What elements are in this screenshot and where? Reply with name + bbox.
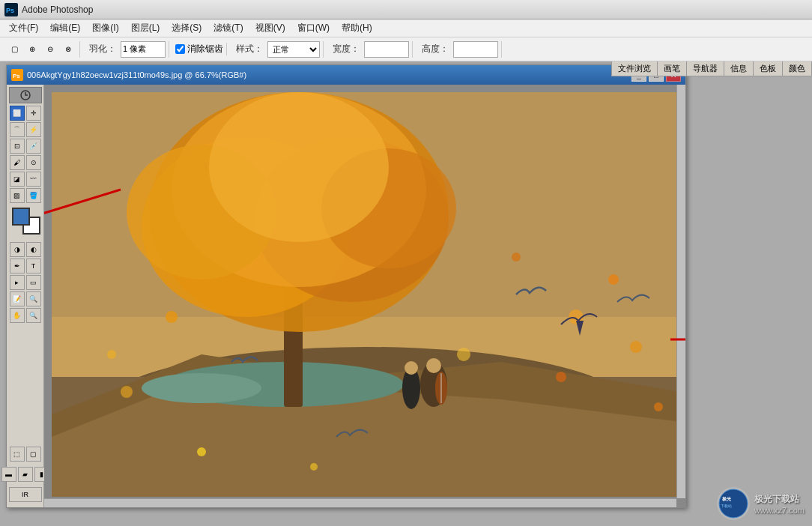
panel-tabs: 文件浏览 画笔 导航器 信息 色板 颜色 bbox=[611, 61, 812, 76]
color-area bbox=[9, 206, 42, 239]
lasso-tool[interactable]: ⌒ bbox=[10, 122, 25, 137]
menu-select[interactable]: 选择(S) bbox=[166, 20, 207, 36]
feather-input[interactable] bbox=[121, 41, 166, 58]
app-icon: Ps bbox=[4, 3, 18, 16]
tool-row-crop: ⊡ 💉 bbox=[9, 139, 41, 154]
tool-row-pen: ✒ T bbox=[9, 259, 41, 273]
menu-help[interactable]: 帮助(H) bbox=[336, 20, 378, 36]
width-group: 宽度： bbox=[327, 41, 413, 58]
tool-row-note: 📝 🔍 bbox=[9, 291, 41, 306]
notes-tool[interactable]: 📝 bbox=[10, 291, 25, 306]
antialias-checkbox[interactable] bbox=[175, 44, 185, 54]
menu-bar: 文件(F) 编辑(E) 图像(I) 图层(L) 选择(S) 滤镜(T) 视图(V… bbox=[0, 19, 812, 37]
tool-row-lasso: ⌒ ⚡ bbox=[9, 122, 41, 137]
tool-row-screen: ▬ ▰ ▮ bbox=[1, 467, 49, 482]
smudge-tool[interactable]: 〰 bbox=[26, 172, 41, 187]
add-selection-btn[interactable]: ⊕ bbox=[24, 41, 40, 58]
watermark: 极光 下载站 极光下载站 www.xz7.com bbox=[717, 487, 805, 520]
tab-info[interactable]: 信息 bbox=[724, 61, 754, 76]
quick-mask-btn[interactable]: ⬚ bbox=[10, 447, 25, 462]
watermark-line1: 极光下载站 bbox=[754, 493, 805, 506]
tab-navigator[interactable]: 导航器 bbox=[687, 61, 724, 76]
svg-text:Ps: Ps bbox=[6, 7, 14, 14]
eyedropper-tool[interactable]: 💉 bbox=[26, 139, 41, 154]
style-label: 样式： bbox=[236, 43, 263, 55]
tool-row-shape: ▸ ▭ bbox=[9, 275, 41, 290]
feather-label: 羽化： bbox=[89, 43, 116, 55]
menu-filter[interactable]: 滤镜(T) bbox=[207, 20, 249, 36]
type-tool[interactable]: T bbox=[26, 259, 41, 273]
main-area: Ps 006AkgtYgy1h82oecw1vzj311t0mo49s.jpg … bbox=[0, 61, 812, 526]
antialias-group: 消除锯齿 bbox=[172, 43, 227, 55]
menu-edit[interactable]: 编辑(E) bbox=[44, 20, 86, 36]
color-sampler-tool[interactable]: 🔍 bbox=[26, 291, 41, 306]
height-input[interactable] bbox=[453, 41, 498, 58]
crop-tool[interactable]: ⊡ bbox=[10, 139, 25, 154]
tool-row-extra: IR bbox=[9, 487, 42, 502]
tool-row-dodge: ◑ ◐ bbox=[9, 242, 41, 257]
tool-row-mode: ⬚ ▢ bbox=[10, 447, 41, 462]
scrollbar-vertical[interactable] bbox=[676, 85, 685, 498]
clone-tool[interactable]: ⊙ bbox=[26, 155, 41, 170]
app-title: Adobe Photoshop bbox=[22, 4, 93, 15]
tab-swatches[interactable]: 色板 bbox=[754, 61, 783, 76]
tool-options-btn[interactable] bbox=[9, 87, 42, 103]
watermark-line2: www.xz7.com bbox=[754, 506, 805, 515]
svg-text:极光: 极光 bbox=[721, 496, 732, 501]
subtract-selection-btn[interactable]: ⊖ bbox=[42, 41, 58, 58]
document-titlebar: Ps 006AkgtYgy1h82oecw1vzj311t0mo49s.jpg … bbox=[7, 65, 685, 85]
document-title: 006AkgtYgy1h82oecw1vzj311t0mo49s.jpg @ 6… bbox=[27, 70, 631, 79]
style-select[interactable]: 正常 固定比例 固定大小 bbox=[267, 41, 320, 58]
scrollbar-horizontal[interactable] bbox=[44, 498, 676, 507]
menu-file[interactable]: 文件(F) bbox=[3, 20, 44, 36]
width-label: 宽度： bbox=[333, 43, 360, 55]
toolbox: ⬜ ✛ ⌒ ⚡ ⊡ 💉 🖌 ⊙ ◪ 〰 ▨ 🪣 bbox=[7, 85, 44, 507]
selection-mode-group: ▢ ⊕ ⊖ ⊗ bbox=[3, 41, 80, 58]
hand-tool[interactable]: ✋ bbox=[10, 308, 25, 323]
watermark-text-area: 极光下载站 www.xz7.com bbox=[754, 493, 805, 515]
new-selection-btn[interactable]: ▢ bbox=[6, 41, 22, 58]
fg-color-swatch[interactable] bbox=[12, 208, 30, 226]
dodge-tool[interactable]: ◑ bbox=[10, 242, 25, 257]
tool-row-select: ⬜ ✛ bbox=[9, 106, 41, 121]
move-tool[interactable]: ✛ bbox=[26, 106, 41, 121]
tab-file-browser[interactable]: 文件浏览 bbox=[612, 61, 658, 76]
toolbar: ▢ ⊕ ⊖ ⊗ 羽化： 消除锯齿 样式： 正常 固定比例 固定大小 宽度： 高度… bbox=[0, 37, 812, 61]
title-bar: Ps Adobe Photoshop bbox=[0, 0, 812, 19]
menu-window[interactable]: 窗口(W) bbox=[291, 20, 336, 36]
path-select-tool[interactable]: ▸ bbox=[10, 275, 25, 290]
artwork bbox=[52, 92, 681, 497]
full-screen-menu-btn[interactable]: ▰ bbox=[18, 467, 33, 482]
eraser-tool[interactable]: ◪ bbox=[10, 172, 25, 187]
tab-color[interactable]: 颜色 bbox=[783, 61, 812, 76]
svg-rect-42 bbox=[52, 92, 681, 497]
feather-group: 羽化： bbox=[83, 41, 169, 58]
svg-text:Ps: Ps bbox=[13, 73, 20, 79]
height-label: 高度： bbox=[422, 43, 449, 55]
tool-row-fill: ▨ 🪣 bbox=[9, 188, 41, 203]
intersect-selection-btn[interactable]: ⊗ bbox=[60, 41, 76, 58]
paint-bucket-tool[interactable]: 🪣 bbox=[26, 188, 41, 203]
shape-tool[interactable]: ▭ bbox=[26, 275, 41, 290]
brush-tool[interactable]: 🖌 bbox=[10, 155, 25, 170]
rect-select-tool[interactable]: ⬜ bbox=[10, 106, 25, 121]
burn-tool[interactable]: ◐ bbox=[26, 242, 41, 257]
pen-tool[interactable]: ✒ bbox=[10, 259, 25, 273]
menu-view[interactable]: 视图(V) bbox=[249, 20, 291, 36]
watermark-logo: 极光 下载站 bbox=[717, 487, 750, 520]
antialias-label: 消除锯齿 bbox=[187, 43, 223, 55]
magic-wand-tool[interactable]: ⚡ bbox=[26, 122, 41, 137]
height-group: 高度： bbox=[416, 41, 502, 58]
artwork-svg bbox=[52, 92, 681, 497]
standard-screen-btn[interactable]: ▬ bbox=[1, 467, 16, 482]
zoom-tool[interactable]: 🔍 bbox=[26, 308, 41, 323]
tab-brush[interactable]: 画笔 bbox=[658, 61, 687, 76]
menu-image[interactable]: 图像(I) bbox=[86, 20, 124, 36]
menu-layer[interactable]: 图层(L) bbox=[125, 20, 166, 36]
standard-mode-btn[interactable]: ▢ bbox=[26, 447, 41, 462]
image-ready-btn[interactable]: IR bbox=[9, 487, 42, 502]
canvas-area[interactable] bbox=[44, 85, 685, 507]
gradient-tool[interactable]: ▨ bbox=[10, 188, 25, 203]
tool-row-erase: ◪ 〰 bbox=[9, 172, 41, 187]
width-input[interactable] bbox=[364, 41, 409, 58]
